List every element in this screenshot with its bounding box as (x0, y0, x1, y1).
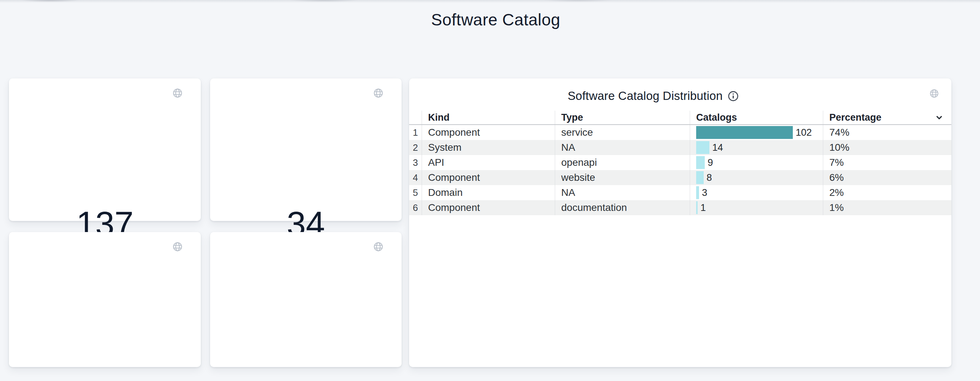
cell-percentage: 1% (823, 200, 951, 215)
cell-percentage: 10% (823, 140, 951, 155)
catalogs-value: 9 (708, 157, 713, 168)
info-icon[interactable] (727, 90, 739, 102)
table-row: 3APIopenapi97% (409, 155, 951, 170)
cell-catalogs: 14 (690, 140, 823, 155)
stat-card-new-catalog-components: 34 New Catalog Components (210, 78, 402, 221)
cell-type: documentation (555, 200, 690, 215)
cell-percentage: 2% (823, 185, 951, 200)
page-title: Software Catalog (0, 10, 980, 29)
column-header-kind: Kind (422, 111, 555, 124)
catalogs-value: 8 (706, 172, 712, 183)
catalogs-bar (696, 186, 699, 199)
catalogs-value: 14 (712, 142, 723, 153)
column-header-type: Type (555, 111, 690, 124)
globe-icon (172, 241, 183, 252)
catalogs-bar (696, 171, 704, 184)
cell-catalogs: 3 (690, 185, 823, 200)
cell-kind: Component (422, 200, 555, 215)
table-header-row: Kind Type Catalogs Percentage (409, 111, 951, 125)
cell-type: service (555, 125, 690, 140)
distribution-title: Software Catalog Distribution (568, 89, 723, 103)
cell-type: NA (555, 185, 690, 200)
cell-kind: Component (422, 125, 555, 140)
row-index: 6 (409, 202, 422, 214)
table-body: 1Componentservice10274%2SystemNA1410%3AP… (409, 125, 951, 215)
cell-percentage: 7% (823, 155, 951, 170)
column-header-catalogs: Catalogs (690, 111, 823, 124)
catalogs-value: 1 (700, 202, 706, 214)
catalogs-bar (696, 201, 698, 214)
catalogs-bar (696, 141, 710, 154)
catalogs-bar (696, 156, 705, 169)
stat-card-total-catalog-components: 137 Total Catalog Components (9, 78, 201, 221)
chevron-down-icon[interactable] (935, 113, 943, 122)
cell-type: website (555, 170, 690, 185)
cell-catalogs: 1 (690, 200, 823, 215)
row-index: 2 (409, 142, 422, 153)
cell-catalogs: 9 (690, 155, 823, 170)
cell-kind: API (422, 155, 555, 170)
stat-card-total-plugins-enabled: 9 Total Plugins Enabled (9, 232, 201, 367)
table-row: 1Componentservice10274% (409, 125, 951, 140)
row-index: 1 (409, 127, 422, 138)
dashboard-page: Software Catalog 137 Total Catalog Compo… (0, 0, 980, 381)
cell-kind: Domain (422, 185, 555, 200)
column-header-percentage: Percentage (823, 111, 951, 124)
cell-percentage: 6% (823, 170, 951, 185)
globe-icon (929, 88, 939, 99)
cell-type: NA (555, 140, 690, 155)
catalogs-value: 102 (795, 127, 812, 138)
cell-kind: Component (422, 170, 555, 185)
row-index: 5 (409, 187, 422, 198)
cell-catalogs: 102 (690, 125, 823, 140)
row-index: 4 (409, 172, 422, 183)
stat-card-total-custom-plugins-enabled: 4 Total Custom Plugins Enabl... (210, 232, 402, 367)
globe-icon (373, 241, 384, 252)
cell-catalogs: 8 (690, 170, 823, 185)
column-header-percentage-label: Percentage (829, 112, 881, 123)
table-row: 4Componentwebsite86% (409, 170, 951, 185)
table-row: 5DomainNA32% (409, 185, 951, 200)
table-row: 2SystemNA1410% (409, 140, 951, 155)
row-index: 3 (409, 157, 422, 168)
cell-percentage: 74% (823, 125, 951, 140)
cell-kind: System (422, 140, 555, 155)
top-edge-shadow (0, 0, 980, 3)
catalogs-bar (696, 126, 793, 139)
cell-type: openapi (555, 155, 690, 170)
table-row: 6Componentdocumentation11% (409, 200, 951, 215)
distribution-card-header: Software Catalog Distribution (382, 88, 924, 104)
globe-icon (172, 88, 183, 99)
distribution-table: Kind Type Catalogs Percentage 1Component… (409, 111, 951, 215)
catalogs-value: 3 (702, 187, 707, 198)
